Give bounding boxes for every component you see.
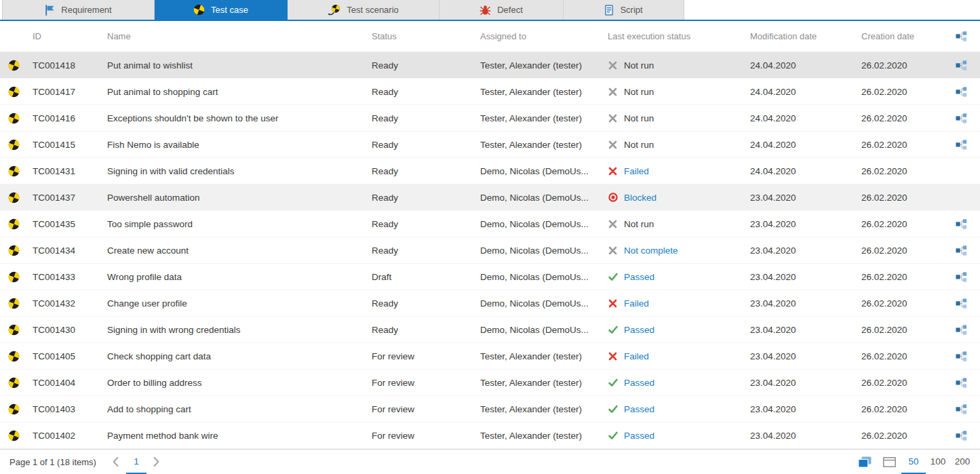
page-size-200[interactable]: 200 xyxy=(950,450,975,474)
table-row[interactable]: TC001418 Put animal to wishlist Ready Te… xyxy=(0,52,980,79)
execution-status-icon xyxy=(608,246,618,255)
tab-bar: Requirement Test case Test scenario Defe… xyxy=(0,0,980,21)
execution-status-label[interactable]: Passed xyxy=(624,378,654,388)
test-case-icon xyxy=(8,86,20,98)
column-header-modification-date[interactable]: Modification date xyxy=(745,31,856,41)
table-row[interactable]: TC001431 Signing in with valid credentia… xyxy=(0,158,980,184)
execution-status-label[interactable]: Not complete xyxy=(624,245,678,256)
cell-assigned-to: Tester, Alexander (tester) xyxy=(475,351,602,361)
cell-creation-date: 26.02.2020 xyxy=(856,113,946,123)
cell-modification-date: 23.04.2020 xyxy=(745,219,856,229)
script-icon xyxy=(604,5,614,16)
coverage-hierarchy-icon[interactable] xyxy=(956,431,967,441)
page-size-options: 50 100 200 xyxy=(901,450,975,474)
test-case-icon xyxy=(8,324,20,336)
cell-id: TC001434 xyxy=(27,245,102,256)
coverage-hierarchy-icon[interactable] xyxy=(956,351,967,361)
cell-last-execution-status: Not run xyxy=(602,60,745,71)
cell-name: Put animal to shopping cart xyxy=(102,87,366,97)
execution-status-icon xyxy=(608,378,618,387)
table-row[interactable]: TC001432 Change user profile Ready Demo,… xyxy=(0,290,980,317)
coverage-hierarchy-icon[interactable] xyxy=(956,140,967,150)
table-row[interactable]: TC001415 Fish Nemo is available Ready Te… xyxy=(0,132,980,158)
coverage-hierarchy-icon[interactable] xyxy=(956,272,967,282)
coverage-hierarchy-icon[interactable] xyxy=(956,87,967,97)
cell-name: Change user profile xyxy=(102,298,366,309)
cell-last-execution-status: Failed xyxy=(602,351,745,361)
page-info: Page 1 of 1 (18 items) xyxy=(0,450,96,474)
coverage-hierarchy-icon[interactable] xyxy=(956,404,967,414)
table-row[interactable]: TC001435 Too simple password Ready Demo,… xyxy=(0,211,980,237)
tab-defect[interactable]: Defect xyxy=(439,0,564,20)
requirement-icon xyxy=(45,5,55,16)
execution-status-label[interactable]: Passed xyxy=(624,272,654,282)
column-header-name[interactable]: Name xyxy=(102,31,366,41)
execution-status-icon xyxy=(608,299,618,308)
panel-view-button[interactable] xyxy=(877,450,901,474)
cell-modification-date: 23.04.2020 xyxy=(745,193,856,203)
test-case-icon xyxy=(8,192,20,203)
page-size-100[interactable]: 100 xyxy=(926,450,950,474)
cell-creation-date: 26.02.2020 xyxy=(856,325,946,335)
execution-status-label[interactable]: Failed xyxy=(624,166,649,176)
execution-status-label[interactable]: Blocked xyxy=(624,193,656,203)
table-row[interactable]: TC001405 Check shopping cart data For re… xyxy=(0,343,980,370)
table-row[interactable]: TC001417 Put animal to shopping cart Rea… xyxy=(0,79,980,105)
execution-status-label[interactable]: Failed xyxy=(624,351,649,361)
cell-status: Ready xyxy=(366,193,475,203)
cell-last-execution-status: Passed xyxy=(602,378,745,388)
tab-label: Test scenario xyxy=(347,5,399,15)
table-row[interactable]: TC001434 Create new account Ready Demo, … xyxy=(0,237,980,264)
table-row[interactable]: TC001430 Signing in with wrong credentia… xyxy=(0,317,980,343)
execution-status-label[interactable]: Failed xyxy=(624,298,649,309)
cell-last-execution-status: Passed xyxy=(602,404,745,414)
tab-requirement[interactable]: Requirement xyxy=(2,0,155,20)
cell-last-execution-status: Not run xyxy=(602,219,745,229)
coverage-hierarchy-icon[interactable] xyxy=(956,113,967,123)
cell-assigned-to: Demo, Nicolas (DemoUs... xyxy=(475,193,602,203)
column-header-status[interactable]: Status xyxy=(366,31,475,41)
column-header-last-execution-status[interactable]: Last execution status xyxy=(602,31,745,41)
execution-status-label[interactable]: Passed xyxy=(624,431,654,441)
execution-status-label[interactable]: Passed xyxy=(624,404,654,414)
test-case-table: ID Name Status Assigned to Last executio… xyxy=(0,21,980,449)
table-row[interactable]: TC001416 Exceptions shouldn't be shown t… xyxy=(0,105,980,132)
pages-icon xyxy=(858,456,871,468)
cell-status: Ready xyxy=(366,60,475,71)
execution-status-icon xyxy=(608,167,618,176)
prev-page-button[interactable] xyxy=(106,450,126,474)
table-row[interactable]: TC001433 Wrong profile data Draft Demo, … xyxy=(0,264,980,290)
column-header-id[interactable]: ID xyxy=(27,31,102,41)
pages-view-button[interactable] xyxy=(852,450,877,474)
tab-test-scenario[interactable]: Test scenario xyxy=(288,0,439,20)
column-header-coverage[interactable] xyxy=(946,31,980,41)
execution-status-label[interactable]: Passed xyxy=(624,325,654,335)
test-case-icon xyxy=(8,271,20,283)
current-page-button[interactable]: 1 xyxy=(126,450,146,474)
execution-status-label: Not run xyxy=(624,219,654,229)
tab-script[interactable]: Script xyxy=(564,0,684,20)
coverage-hierarchy-icon[interactable] xyxy=(956,60,967,71)
cell-creation-date: 26.02.2020 xyxy=(856,166,946,176)
table-row[interactable]: TC001402 Payment method bank wire For re… xyxy=(0,422,980,449)
table-row[interactable]: TC001404 Order to billing address For re… xyxy=(0,370,980,396)
cell-assigned-to: Demo, Nicolas (DemoUs... xyxy=(475,219,602,229)
coverage-hierarchy-icon[interactable] xyxy=(956,298,967,309)
tab-test-case[interactable]: Test case xyxy=(155,0,288,20)
column-header-creation-date[interactable]: Creation date xyxy=(856,31,946,41)
test-case-icon xyxy=(8,60,20,71)
page-size-50[interactable]: 50 xyxy=(901,450,926,474)
table-row[interactable]: TC001403 Add to shopping cart For review… xyxy=(0,396,980,422)
cell-modification-date: 23.04.2020 xyxy=(745,298,856,309)
coverage-hierarchy-icon[interactable] xyxy=(956,245,967,256)
column-header-assigned-to[interactable]: Assigned to xyxy=(475,31,602,41)
table-row[interactable]: TC001437 Powershell automation Ready Dem… xyxy=(0,184,980,211)
coverage-hierarchy-icon[interactable] xyxy=(956,325,967,335)
cell-id: TC001430 xyxy=(27,325,102,335)
coverage-hierarchy-icon[interactable] xyxy=(956,378,967,388)
execution-status-icon xyxy=(608,431,618,440)
cell-assigned-to: Demo, Nicolas (DemoUs... xyxy=(475,298,602,309)
cell-modification-date: 23.04.2020 xyxy=(745,245,856,256)
next-page-button[interactable] xyxy=(146,450,167,474)
coverage-hierarchy-icon[interactable] xyxy=(956,219,967,229)
